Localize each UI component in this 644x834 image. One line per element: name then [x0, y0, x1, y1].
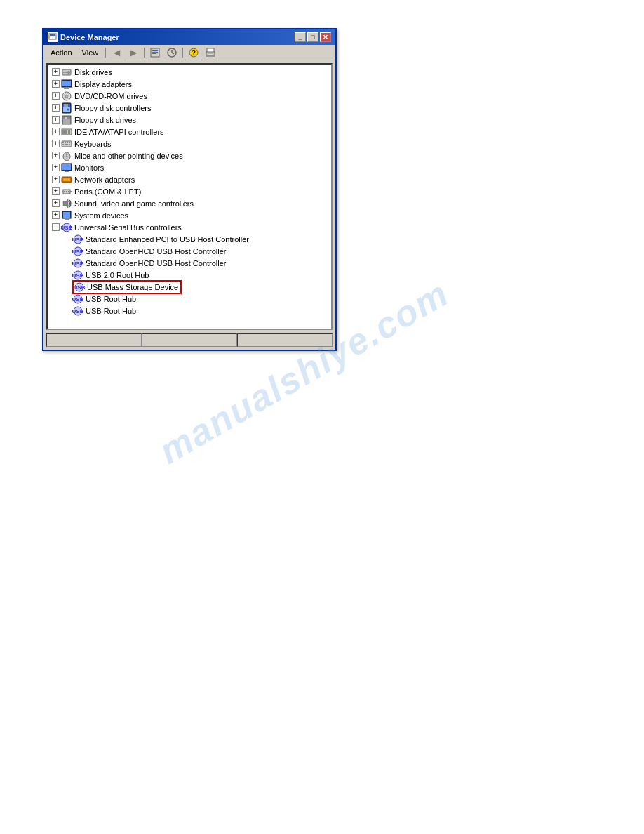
- label-dvd: DVD/CD-ROM drives: [74, 92, 147, 100]
- tree-item-floppy-controllers[interactable]: + Floppy disk controllers: [51, 102, 331, 114]
- minimize-button[interactable]: _: [295, 32, 306, 42]
- svg-point-50: [66, 179, 67, 180]
- tree-item-monitors[interactable]: + Monitors: [51, 161, 331, 173]
- tree-item-dvd[interactable]: + DVD/CD-ROM drives: [51, 90, 331, 102]
- svg-text:USB: USB: [72, 296, 83, 303]
- tree-item-system[interactable]: + System devices: [51, 209, 331, 221]
- label-usb-mass-storage: USB Mass Storage Device: [87, 283, 180, 291]
- svg-rect-37: [69, 142, 70, 143]
- svg-rect-30: [62, 130, 65, 134]
- tree-item-sound[interactable]: + Sound, video and game controllers: [51, 197, 331, 209]
- svg-rect-61: [65, 218, 69, 220]
- expand-usb[interactable]: −: [52, 223, 60, 231]
- svg-rect-27: [65, 117, 67, 119]
- tree-item-keyboards[interactable]: + Keyboards: [51, 138, 331, 150]
- toolbar-sep-2: [182, 48, 183, 58]
- window-controls: _ □ ✕: [295, 32, 331, 42]
- svg-rect-56: [62, 191, 63, 192]
- expand-mice[interactable]: +: [52, 152, 60, 159]
- window-icon: [48, 32, 58, 42]
- svg-text:USB: USB: [72, 260, 83, 267]
- svg-text:USB: USB: [72, 237, 83, 243]
- tree-item-ports[interactable]: + Ports (COM & LPT): [51, 185, 331, 197]
- icon-sound: [61, 198, 72, 209]
- expand-ports[interactable]: +: [52, 187, 60, 195]
- device-tree-container[interactable]: + Disk drives +: [46, 63, 333, 330]
- label-ports: Ports (COM & LPT): [74, 187, 141, 196]
- expand-system[interactable]: +: [52, 211, 60, 219]
- tree-item-network[interactable]: + Network adapters: [51, 173, 331, 185]
- svg-rect-38: [62, 144, 64, 145]
- device-manager-window: Device Manager _ □ ✕ Action View ◀ ▶: [42, 28, 337, 351]
- toolbar-sep-1: [144, 48, 145, 58]
- forward-button[interactable]: ▶: [126, 45, 141, 60]
- menu-action[interactable]: Action: [46, 47, 76, 58]
- label-sound: Sound, video and game controllers: [74, 199, 194, 208]
- expand-ide[interactable]: +: [52, 128, 60, 135]
- label-disk-drives: Disk drives: [74, 68, 112, 77]
- svg-point-25: [67, 108, 69, 110]
- label-ide: IDE ATA/ATAPI controllers: [74, 128, 164, 136]
- label-keyboards: Keyboards: [74, 140, 112, 148]
- svg-rect-17: [65, 87, 69, 88]
- icon-usb-root-1: USB: [72, 293, 83, 305]
- icon-usb-mass-storage: USB: [74, 282, 85, 293]
- svg-rect-28: [63, 119, 70, 124]
- properties-button[interactable]: [147, 45, 163, 60]
- expand-keyboards[interactable]: +: [52, 140, 60, 147]
- svg-text:USB: USB: [61, 225, 72, 231]
- icon-disk-drives: [61, 67, 72, 78]
- expand-floppy-ctrl[interactable]: +: [52, 104, 60, 112]
- label-floppy-drives: Floppy disk drives: [74, 116, 136, 124]
- expand-network[interactable]: +: [52, 176, 60, 183]
- tree-item-usb-child-3[interactable]: USB Standard OpenHCD USB Host Controller: [62, 257, 331, 269]
- svg-rect-39: [65, 144, 68, 145]
- update-button[interactable]: [164, 45, 180, 60]
- expand-disk[interactable]: +: [52, 68, 60, 76]
- svg-point-13: [67, 71, 70, 74]
- expand-dvd[interactable]: +: [52, 92, 60, 100]
- expand-sound[interactable]: +: [52, 199, 60, 207]
- svg-point-53: [64, 191, 65, 192]
- tree-item-display-adapters[interactable]: + Display adapters: [51, 78, 331, 90]
- label-usb: Universal Serial Bus controllers: [74, 223, 182, 232]
- icon-usb-root-2: USB: [72, 305, 83, 317]
- tree-item-usb-mass-storage[interactable]: USB USB Mass Storage Device: [62, 281, 331, 293]
- print-button[interactable]: [203, 45, 218, 60]
- icon-usb-20-root: USB: [72, 270, 83, 281]
- svg-rect-45: [62, 164, 71, 170]
- tree-item-usb-child-1[interactable]: USB Standard Enhanced PCI to USB Host Co…: [62, 233, 331, 245]
- no-expand-4: [63, 271, 71, 279]
- tree-item-usb[interactable]: − USB Universal Serial Bus controllers: [51, 221, 331, 233]
- label-usb-child-3: Standard OpenHCD USB Host Controller: [86, 259, 227, 267]
- menu-view[interactable]: View: [78, 47, 103, 58]
- tree-item-disk-drives[interactable]: + Disk drives: [51, 66, 331, 78]
- tree-item-mice[interactable]: + Mice and other pointing devices: [51, 150, 331, 161]
- tree-item-ide[interactable]: + IDE ATA/ATAPI controllers: [51, 126, 331, 138]
- svg-rect-60: [63, 212, 70, 218]
- tree-item-usb-root-2[interactable]: USB USB Root Hub: [62, 305, 331, 317]
- expand-display[interactable]: +: [52, 80, 60, 88]
- help-button[interactable]: ?: [186, 45, 201, 60]
- back-button[interactable]: ◀: [109, 45, 124, 60]
- svg-rect-23: [64, 104, 68, 107]
- svg-point-54: [66, 191, 67, 192]
- menu-separator: [105, 48, 106, 58]
- close-button[interactable]: ✕: [320, 32, 331, 42]
- tree-item-usb-root-1[interactable]: USB USB Root Hub: [62, 293, 331, 305]
- icon-usb-child-2: USB: [72, 246, 83, 257]
- icon-dvd: [61, 91, 72, 102]
- label-network: Network adapters: [74, 176, 135, 184]
- svg-point-49: [64, 179, 65, 180]
- svg-text:?: ?: [192, 49, 196, 57]
- tree-item-usb-child-2[interactable]: USB Standard OpenHCD USB Host Controller: [62, 245, 331, 257]
- tree-item-floppy-drives[interactable]: + Floppy disk drives: [51, 114, 331, 126]
- svg-rect-5: [152, 53, 156, 54]
- restore-button[interactable]: □: [307, 32, 318, 42]
- expand-monitors[interactable]: +: [52, 164, 60, 171]
- icon-floppy-drives: [61, 114, 72, 126]
- usb-mass-storage-highlight: USB USB Mass Storage Device: [72, 280, 182, 294]
- expand-floppy-drv[interactable]: +: [52, 116, 60, 124]
- tree-item-usb-20-root[interactable]: USB USB 2.0 Root Hub: [62, 269, 331, 281]
- status-pane-3: [237, 333, 333, 347]
